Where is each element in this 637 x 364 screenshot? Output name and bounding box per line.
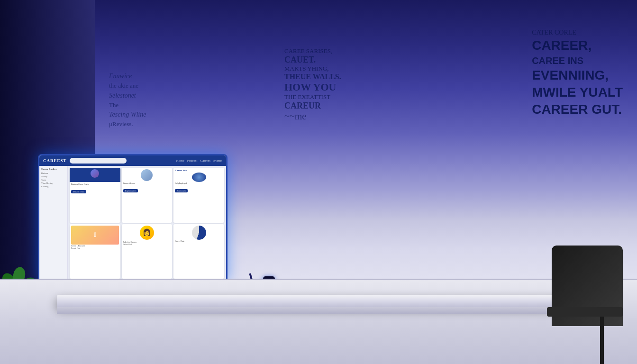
card-1-header: [70, 168, 120, 182]
card-6-chart: [192, 226, 206, 240]
card-1-text: Business Career Coach: [71, 183, 119, 186]
card-4[interactable]: 1 Career 1 Educator People First: [70, 224, 120, 279]
card-5[interactable]: 👩 Selection Careers Talent Work: [122, 224, 173, 279]
card-4-subtext: People First: [71, 247, 119, 249]
card-3[interactable]: Career Now FullyEmployed Start course: [173, 168, 224, 223]
nav-item-careers[interactable]: Careers: [200, 159, 210, 163]
chair-leg: [600, 317, 604, 364]
nav-item-home[interactable]: Home: [176, 159, 184, 163]
nav-item-events[interactable]: Events: [213, 159, 222, 163]
screen-content: CAREEST Home Podcast Careers Events Care…: [39, 155, 226, 281]
screen-nav: Home Podcast Careers Events: [176, 159, 222, 163]
monitor-screen[interactable]: CAREEST Home Podcast Careers Events Care…: [38, 154, 228, 282]
card-1[interactable]: Business Career Coach Mission centre: [70, 168, 120, 223]
sidebar-item-4[interactable]: Video Meeting: [41, 182, 65, 185]
card-6[interactable]: Career Data: [173, 224, 224, 279]
card-5-avatar: 👩: [140, 226, 154, 240]
screen-main: Business Career Coach Mission centre Car…: [68, 166, 226, 281]
card-3-subtitle: FullyEmployed: [175, 182, 223, 185]
scene: Fnuwice the akie ane Selestonet The Tesc…: [0, 0, 637, 364]
screen-header: CAREEST Home Podcast Careers Events: [39, 155, 226, 166]
card-2-avatar: [141, 169, 153, 181]
sidebar-item-2[interactable]: Journey: [41, 175, 65, 178]
sidebar-title: Career Explore: [41, 168, 65, 170]
card-2[interactable]: Career Advisor Explore career: [122, 168, 173, 223]
card-1-avatar: [91, 169, 99, 178]
sidebar-item-3[interactable]: Teams: [41, 178, 65, 182]
screen-logo: CAREEST: [43, 158, 67, 163]
sidebar-item-1[interactable]: Platform: [41, 172, 65, 175]
card-6-text: Career Data: [175, 240, 223, 243]
screen-body: Career Explore Platform Journey Teams Vi…: [39, 166, 226, 281]
card-2-button[interactable]: Explore career: [123, 189, 138, 192]
monitor-container: CAREEST Home Podcast Careers Events Care…: [38, 154, 237, 295]
chair-seat: [547, 307, 623, 317]
nav-item-podcast[interactable]: Podcast: [187, 159, 198, 163]
screen-sidebar: Career Explore Platform Journey Teams Vi…: [39, 166, 68, 281]
card-3-title: Career Now: [175, 169, 223, 172]
card-5-subtext: Talent Work: [123, 243, 171, 246]
card-2-text: Career Advisor: [123, 182, 171, 185]
screen-search-bar[interactable]: [70, 158, 127, 164]
chair: [537, 246, 623, 364]
card-3-globe: [192, 173, 206, 182]
card-4-number: 1: [71, 226, 119, 245]
card-1-button[interactable]: Mission centre: [71, 190, 86, 193]
card-3-button[interactable]: Start course: [175, 189, 188, 192]
sidebar-item-5[interactable]: Coaching: [41, 185, 65, 188]
desk: [57, 295, 599, 307]
